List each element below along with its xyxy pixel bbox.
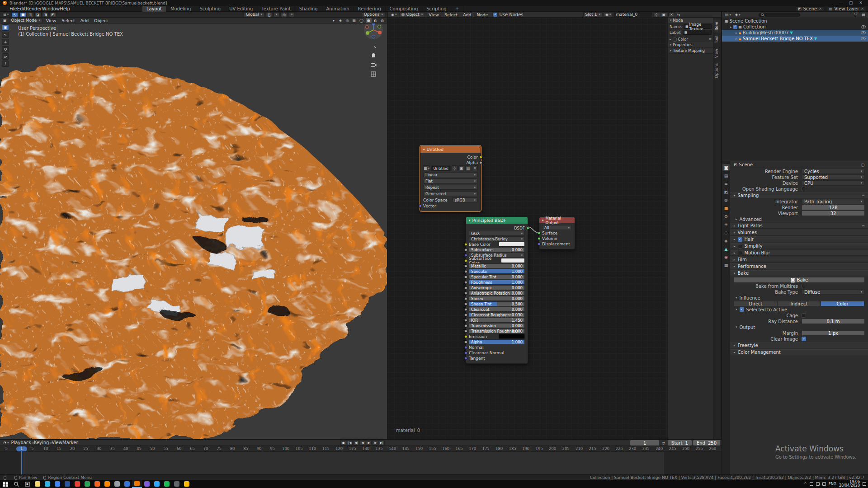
taskbar-app-word[interactable]	[62, 480, 72, 488]
workspace-tab-scripting[interactable]: Scripting	[422, 6, 451, 12]
taskbar-app-settings[interactable]	[112, 480, 122, 488]
taskbar-app-photoshop[interactable]	[152, 480, 162, 488]
node-color-checkbox[interactable]	[673, 38, 677, 42]
prop-check-selected-to-active[interactable]: ✓	[740, 307, 744, 312]
bsdf-field-sheen[interactable]: Sheen0.000	[469, 296, 525, 301]
material-browse-icon[interactable]: ◉▾	[604, 12, 613, 17]
anisotropic-input-socket[interactable]	[464, 286, 467, 289]
material-output-node[interactable]: ▾Material Output All▾ SurfaceVolumeDispl…	[539, 217, 575, 249]
taskbar-app-notes[interactable]	[182, 480, 192, 488]
tool-rotate-icon[interactable]: ↻	[2, 46, 9, 52]
next-keyframe-button[interactable]: |▶	[372, 440, 378, 446]
metallic-input-socket[interactable]	[464, 264, 467, 267]
node-name-field[interactable]: ▦Image Texture	[684, 24, 712, 29]
distribution-dropdown[interactable]: GGX▾	[469, 231, 525, 236]
outliner-filter-mode-icon[interactable]: ◈▾	[734, 12, 742, 17]
jump-to-start-button[interactable]: |◀	[347, 440, 353, 446]
minimize-button[interactable]: —	[836, 0, 845, 6]
prop-field-integrator[interactable]: Path Tracing▾	[802, 199, 865, 204]
timeline-menu-playback[interactable]: Playback ▾	[11, 440, 34, 445]
bsdf-field-ior[interactable]: IOR1.450	[469, 318, 525, 323]
bsdf-field-alpha[interactable]: Alpha1.000	[469, 339, 525, 344]
shader-editor[interactable]: ◉ ▾ Object▾ ViewSelectAddNode ✓Use Nodes…	[388, 12, 721, 439]
timeline-ruler[interactable]: -551015202530354045505560657075808590951…	[0, 446, 722, 452]
wireframe-shading-icon[interactable]: ◯	[358, 18, 365, 23]
prop-section-influence[interactable]: ▾Influence	[730, 295, 868, 300]
taskbar-app-firefox[interactable]	[92, 480, 102, 488]
image-node-generated-dropdown[interactable]: Generated▾	[423, 191, 478, 196]
prop-section-color-management[interactable]: ▸Color Management	[730, 349, 868, 355]
timeline-menu-view[interactable]: View	[52, 440, 62, 445]
node-menu-add[interactable]: Add	[460, 12, 474, 18]
tray-volume-icon[interactable]	[816, 482, 820, 486]
filter-funnel-icon[interactable]	[852, 12, 859, 17]
prop-field-render[interactable]: 128	[802, 205, 865, 210]
segment-indirect[interactable]: Indirect	[778, 301, 821, 306]
prop-section-performance[interactable]: ▸Performance	[730, 263, 868, 269]
use-nodes-checkbox[interactable]: ✓	[493, 13, 497, 17]
tray-network-icon[interactable]	[810, 482, 813, 486]
prop-section-advanced[interactable]: ▸Advanced	[730, 216, 868, 222]
3d-viewport[interactable]: ⊞ ▾ ↖ ■◫◪◨◩ Global▾ Ω ▾ ◎ ▾ Options▾ ▣ O…	[0, 12, 387, 439]
properties-tab-world[interactable]: ◍	[722, 197, 730, 203]
properties-tab-particles[interactable]: ✳	[722, 221, 730, 228]
volume-input-socket[interactable]	[538, 237, 541, 240]
rendered-shading-icon[interactable]: ◍	[379, 18, 385, 23]
view-layer-unlink-icon[interactable]: ×	[861, 7, 864, 11]
use-preview-range-icon[interactable]: ◔	[660, 441, 666, 446]
taskbar-app-outlook[interactable]	[122, 480, 132, 488]
bsdf-field-clearcoat-roughness[interactable]: Clearcoat Roughness0.030	[469, 312, 525, 317]
bsdf-field-transmission[interactable]: Transmission0.000	[469, 323, 525, 328]
node-label-field[interactable]: ▦	[683, 30, 712, 35]
taskbar-clock[interactable]: 19:0628/04/2020	[839, 480, 860, 488]
previous-keyframe-button[interactable]: ◀|	[353, 440, 359, 446]
specular-tint-input-socket[interactable]	[464, 275, 467, 278]
taskbar-search-button[interactable]	[11, 480, 22, 488]
jump-to-end-button[interactable]: ▶|	[379, 440, 385, 446]
proportional-falloff-dropdown[interactable]: ▾	[289, 12, 295, 17]
play-button[interactable]: ▶	[366, 440, 372, 446]
clearcoat-normal-input-socket[interactable]	[464, 351, 467, 354]
snap-target-dropdown[interactable]: ▾	[274, 12, 279, 17]
transmission-input-socket[interactable]	[464, 324, 467, 327]
prop-section-simplify[interactable]: ▸Simplify	[730, 243, 868, 249]
fake-user-shield-icon[interactable]: ◊	[653, 12, 659, 17]
roughness-input-socket[interactable]	[464, 281, 467, 284]
material-name-field[interactable]: material_0	[613, 12, 652, 17]
image-node-repeat-dropdown[interactable]: Repeat▾	[423, 185, 478, 190]
vector-input-socket[interactable]	[419, 204, 422, 207]
tray-shield-icon[interactable]	[822, 482, 826, 486]
prop-field-margin[interactable]: 1 px	[802, 330, 865, 336]
camera-view-icon[interactable]	[370, 61, 377, 68]
prop-check-motion-blur[interactable]	[738, 251, 742, 255]
mode-dropdown[interactable]: Object Mode▾	[9, 18, 42, 23]
tool-annotate-icon[interactable]: /	[2, 61, 9, 67]
workspace-tab-sculpting[interactable]: Sculpting	[195, 6, 225, 12]
shader-type-dropdown[interactable]: Object▾	[399, 12, 425, 17]
principled-bsdf-node[interactable]: ▾Principled BSDF BSDF GGX▾ Christensen-B…	[466, 216, 528, 364]
alpha-input-socket[interactable]	[464, 340, 467, 343]
sidebar-tab-view[interactable]: View	[713, 47, 721, 60]
bsdf-field-anisotropic-rotation[interactable]: Anisotropic Rotation0.000	[469, 291, 525, 296]
workspace-tab-animation[interactable]: Animation	[322, 6, 354, 12]
bsdf-field-metallic[interactable]: Metallic0.000	[469, 263, 525, 268]
segment-color[interactable]: Color	[821, 301, 864, 306]
workspace-tab-texture-paint[interactable]: Texture Paint	[257, 6, 295, 12]
add-workspace-button[interactable]: +	[451, 6, 463, 12]
bsdf-field-subsurface[interactable]: Subsurface0.000	[469, 247, 525, 252]
prop-section-motion-blur[interactable]: ▸Motion Blur	[730, 250, 868, 256]
prop-section-light-paths[interactable]: ▸Light Paths≡	[730, 223, 868, 229]
hide-in-viewport-icon[interactable]	[861, 25, 866, 28]
principled-bsdf-node-header[interactable]: ▾Principled BSDF	[466, 217, 528, 224]
slot-dropdown[interactable]: Slot 1▾	[583, 12, 603, 17]
taskbar-app-file-explorer[interactable]	[33, 480, 42, 488]
bsdf-field-clearcoat[interactable]: Clearcoat0.000	[469, 307, 525, 312]
pin-icon[interactable]: ○	[861, 162, 865, 167]
sidebar-tab-tool[interactable]: Tool	[713, 33, 721, 46]
image-texture-node[interactable]: ▾Untitled Color Alpha ▦▾ Untitled ◊ ▣ ▤	[420, 145, 481, 211]
workspace-tab-shading[interactable]: Shading	[295, 6, 322, 12]
workspace-tab-modeling[interactable]: Modeling	[166, 6, 196, 12]
menu-edit[interactable]: Edit	[17, 6, 26, 11]
options-dropdown[interactable]: Options▾	[362, 12, 385, 17]
outliner-search-input[interactable]	[759, 13, 800, 17]
